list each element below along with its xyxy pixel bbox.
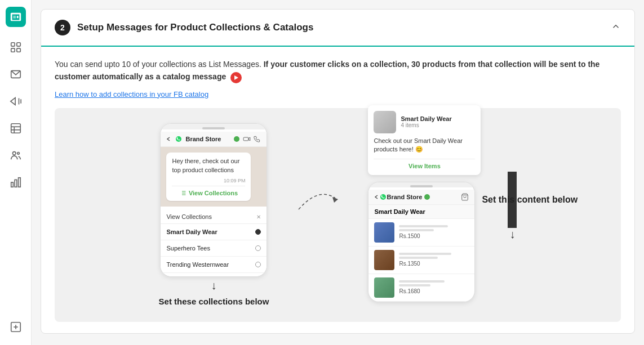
whatsapp-icon — [175, 136, 182, 142]
sidebar-item-campaigns[interactable] — [5, 90, 27, 113]
list-item-label-1: Superhero Tees — [166, 245, 210, 252]
svg-rect-14 — [11, 182, 13, 187]
radio-2 — [255, 262, 261, 267]
setup-card: 2 Setup Messages for Product Collections… — [41, 9, 635, 334]
right-phone-title: Brand Store — [387, 194, 422, 200]
product-name-bar-1 — [399, 257, 437, 259]
back-icon — [166, 136, 172, 142]
right-phone: Brand Store Smart Daily Wear — [368, 182, 475, 302]
card-header-left: 2 Setup Messages for Product Collections… — [55, 20, 313, 35]
card-header: 2 Setup Messages for Product Collections… — [41, 10, 634, 47]
video-icon — [243, 135, 251, 143]
sidebar-item-contacts[interactable] — [5, 144, 27, 167]
product-row-1: Rs.1350 — [368, 247, 474, 274]
svg-rect-1 — [16, 43, 20, 46]
list-item-0[interactable]: Smart Daily Wear — [161, 224, 267, 240]
list-item-label-0: Smart Daily Wear — [166, 228, 217, 235]
play-button[interactable] — [230, 72, 242, 83]
phone-action-icons — [243, 135, 261, 143]
product-price-bar-1 — [399, 253, 451, 255]
description-text: You can send upto 10 of your collections… — [55, 58, 621, 83]
view-items-button[interactable]: View Items — [374, 159, 475, 169]
list-panel: View Collections ✕ Smart Daily Wear Supe… — [161, 207, 267, 276]
product-details-2: Rs.1680 — [399, 280, 469, 294]
catalog-thumb — [374, 111, 396, 133]
product-price-0: Rs.1500 — [399, 233, 469, 239]
left-phone: Brand Store Hey there, check out our top… — [160, 123, 267, 277]
sidebar-item-add[interactable] — [5, 316, 27, 338]
chat-area: Hey there, check out our top product col… — [161, 147, 267, 207]
catalog-count: 4 items — [401, 122, 475, 128]
sidebar-item-grid[interactable] — [5, 36, 27, 59]
svg-point-21 — [176, 136, 181, 142]
main-content: 2 Setup Messages for Product Collections… — [32, 0, 644, 345]
left-phone-header: Brand Store — [161, 132, 267, 147]
svg-rect-16 — [18, 178, 20, 187]
product-row-0: Rs.1500 — [368, 219, 474, 247]
catalog-top: Smart Daily Wear 4 items — [374, 111, 475, 133]
product-price-2: Rs.1680 — [399, 288, 469, 294]
list-icon — [180, 190, 186, 196]
card-title: Setup Messages for Product Collections &… — [77, 22, 313, 33]
product-thumb-1 — [374, 250, 394, 270]
sidebar-item-inbox[interactable] — [5, 63, 27, 86]
svg-rect-15 — [15, 180, 17, 187]
arrow-section — [296, 181, 341, 215]
down-arrow-icon: ↓ — [211, 279, 216, 292]
learn-link[interactable]: Learn how to add collections in your FB … — [55, 90, 208, 98]
chat-time: 10:09 PM — [172, 178, 245, 183]
catalog-name: Smart Daily Wear — [401, 115, 475, 122]
svg-rect-22 — [244, 137, 249, 141]
call-icon — [253, 135, 261, 143]
collection-title: Smart Daily Wear — [374, 208, 425, 215]
illustration-area: Brand Store Hey there, check out our top… — [55, 108, 621, 322]
product-details-1: Rs.1350 — [399, 253, 469, 267]
dashed-arrow-svg — [296, 181, 341, 215]
close-button[interactable]: ✕ — [256, 214, 261, 220]
down-arrow-right: ↓ — [509, 228, 515, 241]
radio-selected-0 — [255, 229, 261, 235]
phone-notch — [202, 127, 225, 129]
svg-marker-23 — [248, 137, 250, 141]
verified-badge — [234, 136, 239, 142]
desc-part1: You can send upto 10 of your collections… — [55, 60, 261, 69]
app-logo — [6, 7, 26, 27]
collapse-icon[interactable] — [611, 21, 621, 34]
left-phone-brand: Brand Store — [185, 136, 230, 142]
catalog-description: Check out our Smart Daily Wear products … — [374, 137, 475, 154]
set-content-section: Set this content below ↓ — [508, 172, 517, 241]
card-body: You can send upto 10 of your collections… — [41, 47, 634, 333]
svg-marker-20 — [234, 75, 238, 80]
product-price-bar-0 — [399, 225, 448, 227]
sidebar-item-table[interactable] — [5, 117, 27, 140]
svg-point-31 — [380, 194, 386, 200]
product-thumb-2 — [374, 277, 394, 298]
catalog-card: Smart Daily Wear 4 items Check out our S… — [368, 105, 481, 175]
sidebar-item-analytics[interactable] — [5, 171, 27, 194]
view-collections-button[interactable]: View Collections — [172, 186, 245, 196]
svg-rect-0 — [11, 43, 14, 46]
product-price-1: Rs.1350 — [399, 261, 469, 267]
product-name-bar-2 — [399, 284, 430, 286]
svg-point-13 — [17, 153, 19, 155]
product-name-bar-0 — [399, 229, 434, 231]
list-item-label-2: Trending Westernwear — [166, 261, 229, 268]
list-item-2[interactable]: Trending Westernwear — [161, 257, 267, 273]
list-header-text: View Collections — [166, 213, 212, 220]
right-phone-notch — [410, 185, 433, 187]
right-back-icon — [374, 194, 380, 200]
list-header: View Collections ✕ — [161, 210, 267, 224]
right-verified-badge — [424, 194, 430, 200]
set-collections-label: Set these collections below — [159, 297, 269, 306]
right-whatsapp-icon — [380, 194, 387, 200]
product-price-bar-2 — [399, 280, 445, 283]
list-item-1[interactable]: Superhero Tees — [161, 240, 267, 257]
chat-bubble: Hey there, check out our top product col… — [166, 153, 251, 201]
svg-rect-2 — [11, 48, 14, 52]
svg-rect-8 — [11, 124, 20, 133]
product-row-2: Rs.1680 — [368, 274, 474, 302]
svg-rect-3 — [16, 48, 20, 52]
svg-point-12 — [12, 152, 16, 155]
collection-title-bar: Smart Daily Wear — [368, 205, 474, 219]
svg-marker-5 — [10, 98, 15, 105]
